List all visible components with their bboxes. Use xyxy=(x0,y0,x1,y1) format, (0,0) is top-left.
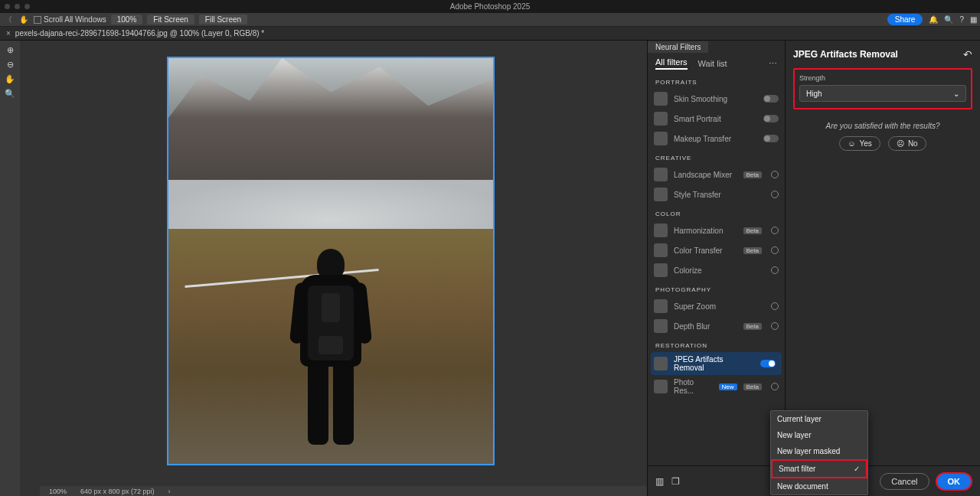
toggle[interactable] xyxy=(763,135,779,142)
output-option-current-layer[interactable]: Current layer xyxy=(771,411,867,427)
image-canvas[interactable] xyxy=(167,57,495,465)
filter-label: Style Transfer xyxy=(674,191,721,199)
hand-tool-icon[interactable]: ✋ xyxy=(18,15,29,24)
zoom-percent[interactable]: 100% xyxy=(111,15,143,24)
enable-indicator[interactable] xyxy=(771,302,779,310)
filter-label: Smart Portrait xyxy=(674,115,721,123)
left-tool-strip: ⊕ ⊖ ✋ 🔍 xyxy=(0,41,20,496)
ok-button[interactable]: OK xyxy=(936,472,973,491)
scroll-all-label: Scroll All Windows xyxy=(44,15,106,24)
preview-split-icon[interactable]: ▥ xyxy=(655,476,664,487)
frown-icon: ☹ xyxy=(897,139,904,148)
filter-label: JPEG Artifacts Removal xyxy=(674,355,745,372)
smile-icon: ☺ xyxy=(848,139,855,148)
fill-screen-button[interactable]: Fill Screen xyxy=(199,15,247,24)
magnifier-icon[interactable]: 🔍 xyxy=(5,89,15,99)
enable-indicator[interactable] xyxy=(771,322,779,330)
strength-label: Strength xyxy=(799,74,966,82)
status-chevron-icon[interactable]: › xyxy=(168,488,171,495)
filter-colorize[interactable]: Colorize xyxy=(648,260,785,280)
toggle[interactable] xyxy=(763,115,779,122)
filter-makeup-transfer[interactable]: Makeup Transfer xyxy=(648,129,785,148)
option-label: Smart filter xyxy=(779,465,815,473)
detail-title: JPEG Artifacts Removal xyxy=(793,49,898,60)
output-option-new-layer[interactable]: New layer xyxy=(771,427,867,443)
filter-photo-restoration[interactable]: Photo Res...NewBeta xyxy=(648,375,785,398)
toggle[interactable] xyxy=(763,95,779,103)
filter-label: Depth Blur xyxy=(674,322,710,331)
status-bar: 100% 640 px x 800 px (72 ppi) › xyxy=(40,486,647,496)
checkmark-icon: ✓ xyxy=(854,465,860,473)
scroll-all-windows-checkbox[interactable]: Scroll All Windows xyxy=(34,15,106,24)
cancel-button[interactable]: Cancel xyxy=(880,473,929,490)
filter-jpeg-artifacts[interactable]: JPEG Artifacts Removal xyxy=(651,352,782,375)
output-option-smart-filter[interactable]: Smart filter✓ xyxy=(771,459,867,478)
strength-select[interactable]: High ⌄ xyxy=(799,85,966,102)
status-zoom[interactable]: 100% xyxy=(49,488,67,495)
enable-indicator[interactable] xyxy=(771,171,779,178)
fit-screen-button[interactable]: Fit Screen xyxy=(147,15,194,24)
beta-badge: Beta xyxy=(743,383,762,390)
feedback-no-button[interactable]: ☹No xyxy=(888,136,926,151)
enable-indicator[interactable] xyxy=(771,266,779,274)
filter-label: Super Zoom xyxy=(674,302,716,311)
document-tab-bar: × pexels-dajana-reci-289671698-19404766.… xyxy=(0,27,980,41)
home-button[interactable]: 〈 xyxy=(3,15,14,25)
notifications-icon[interactable]: 🔔 xyxy=(929,15,938,24)
beta-badge: Beta xyxy=(743,247,762,254)
filter-smart-portrait[interactable]: Smart Portrait xyxy=(648,109,785,129)
zoom-out-icon[interactable]: ⊖ xyxy=(7,60,14,70)
neural-filters-header: Neural Filters xyxy=(648,41,785,53)
share-button[interactable]: Share xyxy=(887,14,923,25)
close-tab-icon[interactable]: × xyxy=(6,29,11,38)
filter-skin-smoothing[interactable]: Skin Smoothing xyxy=(648,89,785,109)
hand-icon[interactable]: ✋ xyxy=(5,74,15,84)
document-tab-label: pexels-dajana-reci-289671698-19404766.jp… xyxy=(15,29,264,38)
filter-label: Color Transfer xyxy=(674,246,722,255)
enable-indicator[interactable] xyxy=(771,227,779,234)
reset-icon[interactable]: ↶ xyxy=(963,48,972,60)
enable-indicator[interactable] xyxy=(771,383,779,390)
section-color: COLOR xyxy=(648,204,785,220)
filter-label: Harmonization xyxy=(674,227,723,235)
yes-label: Yes xyxy=(860,139,872,148)
more-icon[interactable]: ⋯ xyxy=(769,59,777,69)
beta-badge: Beta xyxy=(743,323,762,330)
output-menu[interactable]: Current layer New layer New layer masked… xyxy=(770,410,868,495)
layers-icon[interactable]: ❐ xyxy=(671,476,680,487)
zoom-in-icon[interactable]: ⊕ xyxy=(7,45,14,55)
strength-control-highlight: Strength High ⌄ xyxy=(793,68,972,109)
satisfaction-question: Are you satisfied with the results? xyxy=(793,122,972,130)
tab-all-filters[interactable]: All filters xyxy=(655,57,688,70)
enable-indicator[interactable] xyxy=(771,246,779,254)
filter-landscape-mixer[interactable]: Landscape MixerBeta xyxy=(648,165,785,184)
canvas-viewport[interactable]: 100% 640 px x 800 px (72 ppi) › xyxy=(20,41,647,496)
title-bar: Adobe Photoshop 2025 xyxy=(0,0,980,13)
filter-color-transfer[interactable]: Color TransferBeta xyxy=(648,240,785,260)
new-badge: New xyxy=(719,383,737,390)
enable-indicator[interactable] xyxy=(771,191,779,198)
feedback-yes-button[interactable]: ☺Yes xyxy=(839,136,880,151)
filter-depth-blur[interactable]: Depth BlurBeta xyxy=(648,316,785,336)
neural-filters-tab[interactable]: Neural Filters xyxy=(648,41,708,53)
filters-scroll[interactable]: PORTRAITS Skin Smoothing Smart Portrait … xyxy=(648,73,785,496)
section-portraits: PORTRAITS xyxy=(648,73,785,89)
app-title: Adobe Photoshop 2025 xyxy=(0,2,980,11)
search-icon[interactable]: 🔍 xyxy=(944,15,953,24)
beta-badge: Beta xyxy=(743,171,762,178)
filter-label: Colorize xyxy=(674,266,702,275)
output-option-new-layer-masked[interactable]: New layer masked xyxy=(771,443,867,459)
filter-super-zoom[interactable]: Super Zoom xyxy=(648,296,785,316)
toggle[interactable] xyxy=(760,360,776,367)
strength-value: High xyxy=(806,90,822,98)
workspace-icon[interactable]: ▦ xyxy=(970,15,977,24)
section-photography: PHOTOGRAPHY xyxy=(648,280,785,296)
tab-wait-list[interactable]: Wait list xyxy=(698,59,727,68)
filter-harmonization[interactable]: HarmonizationBeta xyxy=(648,220,785,240)
help-icon[interactable]: ? xyxy=(959,15,964,24)
output-option-new-document[interactable]: New document xyxy=(771,478,867,494)
filter-style-transfer[interactable]: Style Transfer xyxy=(648,184,785,204)
options-bar: 〈 ✋ Scroll All Windows 100% Fit Screen F… xyxy=(0,13,980,27)
document-tab[interactable]: × pexels-dajana-reci-289671698-19404766.… xyxy=(0,29,270,38)
chevron-down-icon: ⌄ xyxy=(953,90,959,98)
